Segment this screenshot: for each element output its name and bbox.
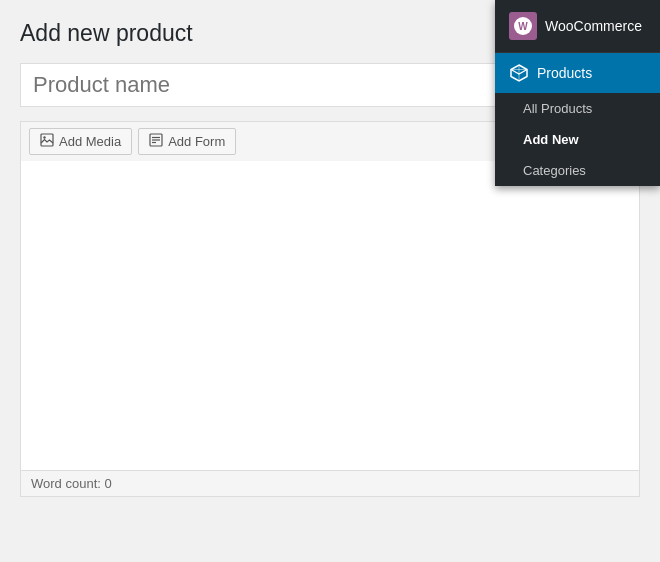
add-form-label: Add Form [168,134,225,149]
add-media-label: Add Media [59,134,121,149]
svg-point-1 [43,136,45,138]
woo-logo-inner: W [514,17,532,35]
woocommerce-dropdown: W WooCommerce Products All Products Add … [495,0,660,186]
add-media-button[interactable]: Add Media [29,128,132,155]
product-name-input[interactable] [20,63,510,107]
submenu-add-new[interactable]: Add New [495,124,660,155]
editor-content[interactable] [20,161,640,471]
products-label: Products [537,65,592,81]
products-menu-item[interactable]: Products [495,53,660,93]
svg-rect-0 [41,134,53,146]
products-icon [509,63,529,83]
woocommerce-title: WooCommerce [545,18,642,34]
word-count-bar: Word count: 0 [20,471,640,497]
word-count-text: Word count: 0 [31,476,112,491]
submenu-categories[interactable]: Categories [495,155,660,186]
submenu-all-products[interactable]: All Products [495,93,660,124]
woocommerce-logo: W [509,12,537,40]
add-form-button[interactable]: Add Form [138,128,236,155]
media-icon [40,133,54,150]
woocommerce-header[interactable]: W WooCommerce [495,0,660,53]
form-icon [149,133,163,150]
